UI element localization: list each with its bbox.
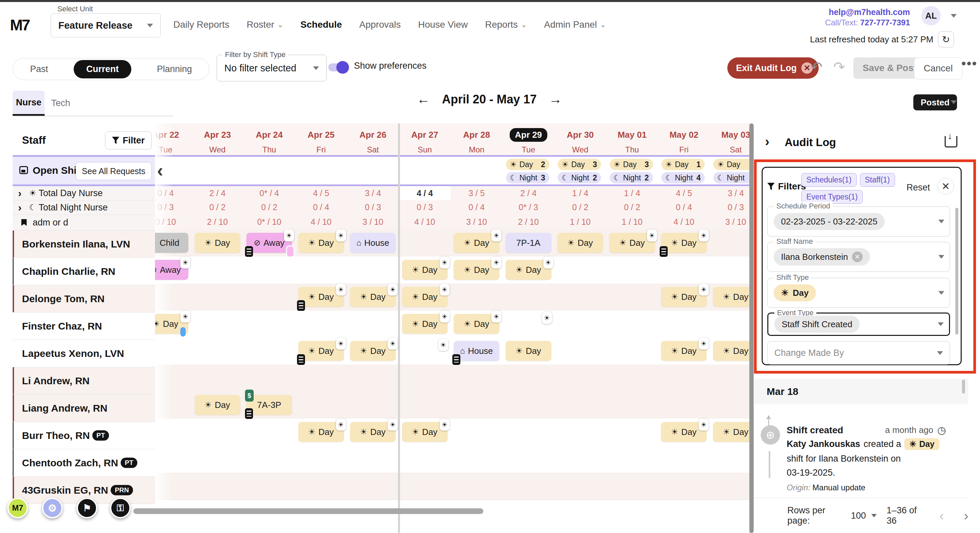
shift-chip-day[interactable]: ☀Day☀ [453, 260, 500, 280]
expand-chevron-icon[interactable]: › [18, 187, 27, 199]
shift-chip-day[interactable]: ☀Day☀ [713, 287, 750, 307]
settings-gear-icon[interactable]: ⚙ [42, 498, 63, 518]
shift-chip-day[interactable]: ☀Day☀ [298, 233, 344, 253]
shift-chip-day[interactable]: ☀Day☀ [661, 233, 707, 253]
staff-row[interactable]: Delonge Tom, RN [13, 285, 155, 313]
shift-chip-child[interactable]: ◗Child [155, 233, 188, 253]
nav-schedule[interactable]: Schedule [300, 19, 342, 30]
event-type-field[interactable]: Event Type Staff Shift Created [767, 313, 950, 336]
nav-reports[interactable]: Reports⌄ [485, 19, 527, 30]
shift-chip-day[interactable]: ☀Day☀ [402, 422, 448, 442]
staff-name-chip[interactable]: Ilana Borkenstein ✕ [774, 248, 870, 265]
staff-row[interactable]: Li Andrew, RN [13, 367, 155, 394]
staff-row[interactable]: Liang Andrew, RN [13, 394, 155, 422]
shift-chip-day[interactable]: ☀Day☀ [155, 314, 188, 334]
shift-chip-day[interactable]: ☀Day☀ [298, 287, 344, 307]
open-night-shifts-pill[interactable]: ☾Night2 [558, 172, 601, 184]
shift-chip-day[interactable]: ☀Day☀ [661, 287, 707, 307]
schedule-period-chip[interactable]: 02-23-2025 - 03-22-2025 [774, 213, 885, 230]
nav-roster[interactable]: Roster⌄ [247, 19, 283, 30]
staff-row[interactable]: Lapeetus Xenon, LVN [13, 340, 155, 367]
remove-chip-icon[interactable]: ✕ [852, 252, 863, 262]
shift-chip-day[interactable]: ☀Day☀ [402, 260, 448, 280]
shift-chip-day[interactable]: ☀Day☀ [506, 260, 551, 280]
unit-select[interactable]: Feature Release [51, 13, 161, 37]
shift-type-field[interactable]: Shift Type ☀Day [767, 278, 950, 308]
totals-row-adm-or-d[interactable]: adm or d [13, 215, 155, 230]
show-preferences-toggle[interactable] [328, 63, 348, 71]
shift-chip-day[interactable]: ☀Day☀ [453, 314, 500, 334]
collapse-panel-chevron-icon[interactable]: › [765, 134, 769, 149]
period-past[interactable]: Past [21, 61, 57, 78]
staff-row[interactable]: Chaplin Charlie, RN [13, 258, 155, 285]
prev-page-chevron-icon[interactable]: ‹ [939, 508, 943, 523]
posted-menu-chevron-icon[interactable] [951, 101, 957, 104]
collapse-left-chevron-icon[interactable]: ‹ [157, 160, 163, 181]
open-day-shifts-pill[interactable]: ☀Day3 [610, 159, 653, 170]
period-planning[interactable]: Planning [148, 61, 200, 78]
staff-row[interactable]: Chentooth Zach, RNPT [13, 449, 155, 477]
shift-chip-away[interactable]: ⊘Away☀ [247, 233, 292, 253]
filters-scrollbar[interactable] [955, 208, 958, 335]
open-night-shifts-pill[interactable]: ☾Night4 [661, 172, 705, 184]
m7-fab-button[interactable]: M7 [7, 498, 28, 518]
open-day-shifts-pill[interactable]: ☀Day1 [661, 159, 705, 170]
flag-icon[interactable]: ⚑ [77, 498, 97, 518]
shift-chip-day[interactable]: ☀Day [195, 395, 240, 415]
shift-chip-away[interactable]: ⊘Away☀ [155, 260, 188, 280]
shift-chip-day[interactable]: ☀Day☀ [298, 341, 344, 361]
shift-type-chip[interactable]: ☀Day [774, 284, 816, 302]
totals-row-total-day-nurse[interactable]: ›☀Total Day Nurse [13, 186, 155, 201]
open-day-shifts-pill[interactable]: ☀Day2 [506, 159, 549, 170]
shift-chip-day[interactable]: ☀Day☀ [402, 314, 448, 334]
tab-tech[interactable]: Tech [45, 91, 77, 116]
schedule-period-field[interactable]: Schedule Period 02-23-2025 - 03-22-2025 [767, 206, 950, 236]
shift-chip-day[interactable]: ☀Day☀ [661, 341, 707, 361]
undo-icon[interactable]: ↶ [811, 59, 822, 75]
event-type-chip[interactable]: Staff Shift Created [774, 316, 860, 333]
shift-chip-day[interactable]: ☀Day☀ [661, 422, 707, 442]
shift-chip-day[interactable]: ☀Day☀ [350, 422, 396, 442]
avatar-menu-chevron-icon[interactable] [951, 14, 957, 18]
rows-per-page-value[interactable]: 100 [851, 511, 866, 521]
filter-pill[interactable]: Staff(1) [860, 173, 895, 187]
staff-row[interactable]: Finster Chaz, RN [13, 313, 155, 340]
staff-filter-button[interactable]: Filter [105, 131, 152, 149]
shift-chip-day[interactable]: ☀Day [713, 422, 750, 442]
nav-daily-reports[interactable]: Daily Reports [173, 19, 229, 30]
tab-nurse[interactable]: Nurse [13, 91, 45, 116]
grid-vertical-scrollbar[interactable] [749, 123, 754, 533]
staff-row[interactable]: Burr Theo, RNPT [13, 422, 155, 449]
see-all-requests-button[interactable]: See All Requests [76, 162, 152, 180]
nav-approvals[interactable]: Approvals [360, 19, 401, 30]
totals-row-total-night-nurse[interactable]: ›☾Total Night Nurse [13, 201, 155, 215]
shift-chip-house[interactable]: ⌂House [350, 233, 396, 253]
shift-chip-day[interactable]: ☀Day☀ [402, 287, 448, 307]
open-night-shifts-pill[interactable]: ☾Night3 [506, 172, 549, 184]
prev-period-arrow[interactable]: ← [417, 92, 430, 107]
shift-chip-day[interactable]: ☀Day☀ [350, 341, 396, 361]
filter-pill[interactable]: Schedules(1) [801, 173, 857, 187]
shift-chip-day[interactable]: ☀Day [506, 341, 551, 361]
more-menu-button[interactable]: ••• [961, 56, 977, 71]
shift-chip-day[interactable]: ☀Day [195, 233, 240, 253]
lock-icon[interactable]: ⚿ [110, 498, 130, 518]
expand-chevron-icon[interactable]: › [18, 201, 27, 214]
shift-chip-day[interactable]: ☀Day☀ [350, 287, 396, 307]
open-night-shifts-pill[interactable]: ☾Night [713, 172, 750, 184]
redo-icon[interactable]: ↷ [833, 59, 845, 75]
exit-audit-log-button[interactable]: Exit Audit Log ✕ [727, 57, 819, 79]
nav-house-view[interactable]: House View [418, 19, 468, 30]
grid-horizontal-scrollbar[interactable] [133, 508, 483, 514]
shift-chip-day[interactable]: ☀Day [557, 233, 603, 253]
staff-name-field[interactable]: Staff Name Ilana Borkenstein ✕ [767, 242, 950, 272]
export-download-icon[interactable] [945, 136, 957, 147]
staff-row[interactable]: Borkenstein Ilana, LVN [13, 230, 155, 258]
support-email-link[interactable]: help@m7health.com [825, 7, 910, 18]
period-current[interactable]: Current [74, 60, 132, 78]
shift-chip-day[interactable]: ☀Day☀ [609, 233, 655, 253]
shift-chip-house[interactable]: ⌂House [453, 341, 500, 361]
avatar[interactable]: AL [921, 6, 941, 26]
shift-type-filter[interactable]: Filter by Shift Type No filter selected [217, 55, 327, 81]
shift-chip-7a-3p[interactable]: 7A-3P$ [247, 395, 292, 415]
